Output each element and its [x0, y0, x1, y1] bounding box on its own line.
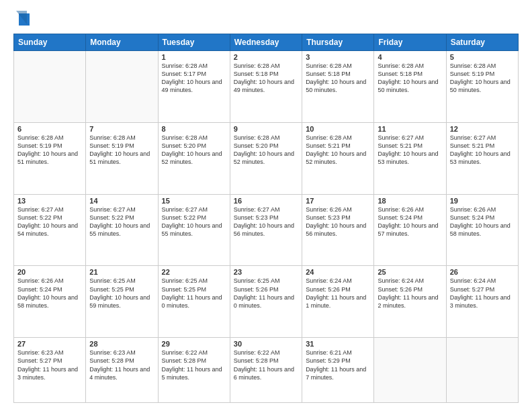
calendar-cell: 22Sunrise: 6:25 AM Sunset: 5:25 PM Dayli… [158, 266, 230, 338]
day-number: 27 [17, 340, 82, 348]
calendar-cell: 26Sunrise: 6:24 AM Sunset: 5:27 PM Dayli… [446, 266, 518, 338]
day-number: 30 [234, 340, 298, 348]
day-info: Sunrise: 6:28 AM Sunset: 5:17 PM Dayligh… [162, 62, 226, 95]
calendar-week-row: 20Sunrise: 6:26 AM Sunset: 5:24 PM Dayli… [14, 266, 519, 338]
calendar-cell: 16Sunrise: 6:27 AM Sunset: 5:23 PM Dayli… [230, 194, 302, 266]
day-number: 23 [234, 268, 298, 276]
calendar-header-thursday: Thursday [302, 34, 374, 51]
calendar-cell: 3Sunrise: 6:28 AM Sunset: 5:18 PM Daylig… [302, 51, 374, 123]
day-info: Sunrise: 6:28 AM Sunset: 5:21 PM Dayligh… [306, 134, 370, 167]
day-number: 17 [306, 197, 370, 205]
day-info: Sunrise: 6:27 AM Sunset: 5:22 PM Dayligh… [89, 205, 154, 238]
calendar-week-row: 1Sunrise: 6:28 AM Sunset: 5:17 PM Daylig… [14, 51, 519, 123]
day-number: 14 [89, 197, 154, 205]
calendar-cell: 12Sunrise: 6:27 AM Sunset: 5:21 PM Dayli… [446, 122, 518, 194]
calendar-cell [14, 51, 86, 123]
calendar-cell: 6Sunrise: 6:28 AM Sunset: 5:19 PM Daylig… [14, 122, 86, 194]
day-number: 21 [89, 268, 154, 276]
calendar-cell: 27Sunrise: 6:23 AM Sunset: 5:27 PM Dayli… [14, 338, 86, 403]
calendar-week-row: 27Sunrise: 6:23 AM Sunset: 5:27 PM Dayli… [14, 338, 519, 403]
day-number: 15 [162, 197, 226, 205]
calendar-cell: 14Sunrise: 6:27 AM Sunset: 5:22 PM Dayli… [86, 194, 158, 266]
day-info: Sunrise: 6:24 AM Sunset: 5:26 PM Dayligh… [378, 277, 442, 310]
day-number: 2 [234, 53, 298, 61]
calendar-header-friday: Friday [374, 34, 446, 51]
day-info: Sunrise: 6:28 AM Sunset: 5:19 PM Dayligh… [89, 134, 154, 167]
day-info: Sunrise: 6:27 AM Sunset: 5:21 PM Dayligh… [450, 134, 515, 167]
day-info: Sunrise: 6:26 AM Sunset: 5:23 PM Dayligh… [306, 205, 370, 238]
logo-icon [16, 11, 30, 30]
day-number: 4 [378, 53, 442, 61]
calendar-header-row: SundayMondayTuesdayWednesdayThursdayFrid… [14, 34, 519, 51]
calendar-cell: 13Sunrise: 6:27 AM Sunset: 5:22 PM Dayli… [14, 194, 86, 266]
day-info: Sunrise: 6:26 AM Sunset: 5:24 PM Dayligh… [450, 205, 515, 238]
day-number: 26 [450, 268, 515, 276]
day-number: 12 [450, 125, 515, 133]
calendar-cell: 23Sunrise: 6:25 AM Sunset: 5:26 PM Dayli… [230, 266, 302, 338]
day-info: Sunrise: 6:25 AM Sunset: 5:26 PM Dayligh… [234, 277, 298, 310]
day-number: 7 [89, 125, 154, 133]
calendar-header-tuesday: Tuesday [158, 34, 230, 51]
logo [13, 11, 30, 30]
day-info: Sunrise: 6:22 AM Sunset: 5:28 PM Dayligh… [234, 349, 298, 381]
calendar-cell: 24Sunrise: 6:24 AM Sunset: 5:26 PM Dayli… [302, 266, 374, 338]
day-number: 13 [17, 197, 82, 205]
day-number: 16 [234, 197, 298, 205]
day-number: 24 [306, 268, 370, 276]
day-number: 10 [306, 125, 370, 133]
calendar-cell: 29Sunrise: 6:22 AM Sunset: 5:28 PM Dayli… [158, 338, 230, 403]
day-info: Sunrise: 6:27 AM Sunset: 5:23 PM Dayligh… [234, 205, 298, 238]
calendar-cell: 2Sunrise: 6:28 AM Sunset: 5:18 PM Daylig… [230, 51, 302, 123]
calendar-cell: 31Sunrise: 6:21 AM Sunset: 5:29 PM Dayli… [302, 338, 374, 403]
calendar-cell: 20Sunrise: 6:26 AM Sunset: 5:24 PM Dayli… [14, 266, 86, 338]
day-info: Sunrise: 6:24 AM Sunset: 5:26 PM Dayligh… [306, 277, 370, 310]
day-info: Sunrise: 6:28 AM Sunset: 5:20 PM Dayligh… [162, 134, 226, 167]
day-number: 11 [378, 125, 442, 133]
day-info: Sunrise: 6:22 AM Sunset: 5:28 PM Dayligh… [162, 349, 226, 381]
day-number: 28 [89, 340, 154, 348]
calendar-cell [374, 338, 446, 403]
calendar-cell: 9Sunrise: 6:28 AM Sunset: 5:20 PM Daylig… [230, 122, 302, 194]
calendar-header-monday: Monday [86, 34, 158, 51]
calendar-cell: 18Sunrise: 6:26 AM Sunset: 5:24 PM Dayli… [374, 194, 446, 266]
page: SundayMondayTuesdayWednesdayThursdayFrid… [0, 0, 532, 411]
calendar-header-sunday: Sunday [14, 34, 86, 51]
day-info: Sunrise: 6:28 AM Sunset: 5:19 PM Dayligh… [450, 62, 515, 95]
day-info: Sunrise: 6:28 AM Sunset: 5:18 PM Dayligh… [378, 62, 442, 95]
day-info: Sunrise: 6:28 AM Sunset: 5:18 PM Dayligh… [234, 62, 298, 95]
calendar-week-row: 6Sunrise: 6:28 AM Sunset: 5:19 PM Daylig… [14, 122, 519, 194]
day-number: 5 [450, 53, 515, 61]
calendar-week-row: 13Sunrise: 6:27 AM Sunset: 5:22 PM Dayli… [14, 194, 519, 266]
calendar-cell: 15Sunrise: 6:27 AM Sunset: 5:22 PM Dayli… [158, 194, 230, 266]
calendar-cell: 8Sunrise: 6:28 AM Sunset: 5:20 PM Daylig… [158, 122, 230, 194]
day-number: 19 [450, 197, 515, 205]
day-number: 6 [17, 125, 82, 133]
day-number: 31 [306, 340, 370, 348]
calendar-cell: 1Sunrise: 6:28 AM Sunset: 5:17 PM Daylig… [158, 51, 230, 123]
header [13, 11, 519, 30]
day-number: 22 [162, 268, 226, 276]
calendar-cell [86, 51, 158, 123]
day-info: Sunrise: 6:28 AM Sunset: 5:20 PM Dayligh… [234, 134, 298, 167]
day-info: Sunrise: 6:27 AM Sunset: 5:22 PM Dayligh… [162, 205, 226, 238]
calendar-cell: 17Sunrise: 6:26 AM Sunset: 5:23 PM Dayli… [302, 194, 374, 266]
day-number: 3 [306, 53, 370, 61]
day-number: 1 [162, 53, 226, 61]
calendar-cell: 11Sunrise: 6:27 AM Sunset: 5:21 PM Dayli… [374, 122, 446, 194]
day-info: Sunrise: 6:28 AM Sunset: 5:19 PM Dayligh… [17, 134, 82, 167]
calendar-cell: 30Sunrise: 6:22 AM Sunset: 5:28 PM Dayli… [230, 338, 302, 403]
day-info: Sunrise: 6:23 AM Sunset: 5:28 PM Dayligh… [89, 349, 154, 381]
calendar-cell: 7Sunrise: 6:28 AM Sunset: 5:19 PM Daylig… [86, 122, 158, 194]
day-number: 9 [234, 125, 298, 133]
calendar-table: SundayMondayTuesdayWednesdayThursdayFrid… [13, 34, 519, 403]
day-info: Sunrise: 6:26 AM Sunset: 5:24 PM Dayligh… [17, 277, 82, 310]
calendar-cell: 25Sunrise: 6:24 AM Sunset: 5:26 PM Dayli… [374, 266, 446, 338]
calendar-cell: 19Sunrise: 6:26 AM Sunset: 5:24 PM Dayli… [446, 194, 518, 266]
day-number: 8 [162, 125, 226, 133]
calendar-cell: 28Sunrise: 6:23 AM Sunset: 5:28 PM Dayli… [86, 338, 158, 403]
day-info: Sunrise: 6:23 AM Sunset: 5:27 PM Dayligh… [17, 349, 82, 381]
day-info: Sunrise: 6:26 AM Sunset: 5:24 PM Dayligh… [378, 205, 442, 238]
day-info: Sunrise: 6:28 AM Sunset: 5:18 PM Dayligh… [306, 62, 370, 95]
day-number: 18 [378, 197, 442, 205]
day-info: Sunrise: 6:25 AM Sunset: 5:25 PM Dayligh… [162, 277, 226, 310]
